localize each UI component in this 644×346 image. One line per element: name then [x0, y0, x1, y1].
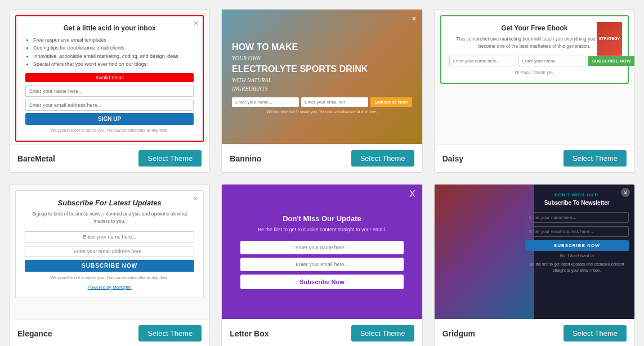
themes-grid: × Get a little acid in your inbox Free r…	[9, 9, 635, 346]
bannino-disclaimer: We promise not to spam you. You can unsu…	[232, 110, 412, 114]
letterbox-footer: Letter Box Select Theme	[222, 320, 422, 346]
daisy-preview-area: STRATEGY Get Your Free Ebook This compre…	[435, 10, 634, 145]
letterbox-title: Don't Miss Our Update	[283, 214, 361, 223]
gridgum-preview-area: × DON'T MISS OUT! Subscribe To Newslette…	[435, 185, 634, 320]
elegance-title: Subscribe For Latest Updates	[25, 199, 194, 207]
elegance-preview-area: × Subscribe For Latest Updates Signup to…	[10, 185, 209, 320]
baremetal-preview-area: × Get a little acid in your inbox Free r…	[10, 10, 209, 145]
daisy-book-title: STRATEGY	[597, 35, 622, 43]
theme-card-letterbox: X Don't Miss Our Update Be the first to …	[221, 184, 422, 346]
baremetal-signup-button[interactable]: SIGN UP	[25, 113, 194, 125]
gridgum-email-input[interactable]	[525, 226, 629, 237]
daisy-footer: Daisy Select Theme	[435, 145, 634, 172]
baremetal-name-input[interactable]	[25, 86, 194, 97]
gridgum-bg-image	[435, 185, 535, 319]
daisy-thanks[interactable]: I'll Pass, Thank you	[449, 70, 620, 75]
daisy-form: SUBSCRIBE NOW	[449, 56, 620, 66]
elegance-powered[interactable]: Powered by MailOptin	[25, 285, 194, 290]
baremetal-name-label: BareMetal	[17, 154, 55, 163]
baremetal-bullets: Free responsive email templates Coding t…	[25, 36, 194, 69]
elegance-footer: Elegance Select Theme	[10, 320, 209, 346]
close-icon[interactable]: ×	[194, 194, 198, 203]
daisy-subscribe-button[interactable]: SUBSCRIBE NOW	[588, 56, 634, 66]
daisy-preview: STRATEGY Get Your Free Ebook This compre…	[440, 15, 629, 84]
letterbox-description: Be the first to get exclusive content st…	[258, 226, 386, 234]
theme-card-baremetal: × Get a little acid in your inbox Free r…	[9, 9, 210, 173]
baremetal-title: Get a little acid in your inbox	[25, 24, 194, 32]
elegance-preview: × Subscribe For Latest Updates Signup to…	[15, 190, 204, 298]
theme-card-daisy: STRATEGY Get Your Free Ebook This compre…	[434, 9, 635, 173]
daisy-email-input[interactable]	[518, 56, 585, 66]
gridgum-name-input[interactable]	[525, 212, 629, 223]
letterbox-preview-area: X Don't Miss Our Update Be the first to …	[222, 185, 422, 320]
elegance-name-input[interactable]	[25, 231, 194, 242]
bannino-subscribe-button[interactable]: Subscribe Now	[370, 97, 412, 107]
letterbox-email-input[interactable]	[240, 258, 404, 271]
letterbox-name-label: Letter Box	[230, 329, 269, 338]
bannino-headline: how to make your own ELECTROLYTE SPORTS …	[232, 41, 412, 93]
elegance-subscribe-button[interactable]: SUBSCRIBE NOW	[25, 260, 194, 272]
gridgum-name-label: Gridgum	[442, 329, 475, 338]
elegance-email-input[interactable]	[25, 246, 194, 257]
bullet-3: Innovative, actionable email marketing, …	[33, 52, 194, 60]
gridgum-title: Subscribe To Newsletter	[525, 199, 629, 206]
theme-card-elegance: × Subscribe For Latest Updates Signup to…	[9, 184, 210, 346]
elegance-description: Signup to best of business news, informe…	[25, 210, 194, 225]
bannino-form: Subscribe Now	[232, 97, 412, 107]
bannino-line1: how to make	[232, 41, 412, 54]
letterbox-preview: X Don't Miss Our Update Be the first to …	[222, 185, 422, 319]
daisy-book-icon: STRATEGY	[597, 22, 622, 56]
bannino-line4: ingredients	[232, 84, 412, 93]
bannino-line3: with natural	[232, 76, 412, 84]
bannino-footer: Bannino Select Theme	[222, 145, 422, 172]
bannino-name-input[interactable]	[232, 97, 299, 107]
elegance-name-label: Elegance	[17, 329, 52, 338]
gridgum-tag: DON'T MISS OUT!	[525, 192, 629, 197]
elegance-select-button[interactable]: Select Theme	[138, 325, 202, 341]
bannino-email-input[interactable]	[301, 97, 368, 107]
elegance-disclaimer: We promise not to spam you. You can unsu…	[25, 275, 194, 280]
theme-card-bannino: × how to make your own ELECTROLYTE SPORT…	[221, 9, 422, 173]
daisy-select-button[interactable]: Select Theme	[564, 150, 627, 167]
bullet-1: Free responsive email templates	[33, 36, 194, 44]
daisy-name-input[interactable]	[449, 56, 516, 66]
bullet-2: Coding tips for troublesome email client…	[33, 44, 194, 52]
bannino-preview-area: × how to make your own ELECTROLYTE SPORT…	[222, 10, 422, 145]
gridgum-subscribe-button[interactable]: SUBSCRIBE NOW	[525, 240, 629, 251]
bannino-line2: your own	[232, 54, 412, 62]
gridgum-footer: Gridgum Select Theme	[435, 320, 634, 346]
bannino-preview: × how to make your own ELECTROLYTE SPORT…	[222, 10, 422, 144]
close-icon[interactable]: ×	[412, 14, 416, 23]
close-icon[interactable]: ×	[194, 19, 198, 28]
bannino-content: how to make your own ELECTROLYTE SPORTS …	[232, 41, 412, 114]
daisy-description: This comprehensive marketing book will t…	[449, 35, 620, 50]
theme-card-gridgum: × DON'T MISS OUT! Subscribe To Newslette…	[434, 184, 635, 346]
gridgum-description: Be the first to get latest updates and e…	[525, 262, 629, 273]
baremetal-disclaimer: We promise not to spam you. You can unsu…	[25, 128, 194, 133]
daisy-name-label: Daisy	[442, 154, 463, 163]
gridgum-right-panel: DON'T MISS OUT! Subscribe To Newsletter …	[525, 192, 629, 273]
baremetal-preview: × Get a little acid in your inbox Free r…	[15, 15, 204, 142]
bannino-select-button[interactable]: Select Theme	[351, 150, 414, 167]
letterbox-subscribe-button[interactable]: Subscribe Now	[240, 275, 404, 289]
error-bar: Invalid email	[25, 73, 194, 82]
letterbox-select-button[interactable]: Select Theme	[351, 325, 414, 341]
bannino-product: ELECTROLYTE SPORTS DRINK	[232, 62, 412, 76]
gridgum-select-button[interactable]: Select Theme	[564, 325, 627, 341]
close-icon[interactable]: X	[409, 189, 415, 199]
baremetal-email-input[interactable]	[25, 100, 194, 111]
baremetal-select-button[interactable]: Select Theme	[138, 150, 202, 167]
daisy-title: Get Your Free Ebook	[449, 24, 620, 32]
baremetal-footer: BareMetal Select Theme	[10, 145, 209, 172]
bullet-4: Special offers that you won't ever find …	[33, 60, 194, 68]
bannino-name-label: Bannino	[230, 154, 261, 163]
gridgum-preview: × DON'T MISS OUT! Subscribe To Newslette…	[435, 185, 634, 319]
letterbox-name-input[interactable]	[240, 241, 404, 254]
gridgum-no-thanks[interactable]: No, I don't want to	[525, 253, 629, 258]
